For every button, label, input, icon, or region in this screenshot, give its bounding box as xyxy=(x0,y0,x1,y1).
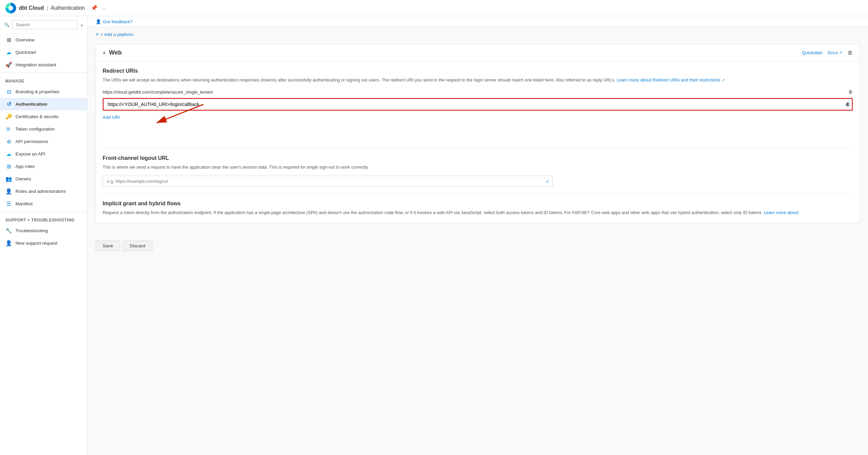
web-section-body: Redirect URIs The URIs we will accept as… xyxy=(96,61,860,223)
sidebar-item-label: Overview xyxy=(16,37,34,42)
save-button[interactable]: Save xyxy=(96,241,120,251)
uri-delete-icon-1[interactable]: 🗑 xyxy=(848,89,853,95)
sidebar-item-app-roles[interactable]: ⊞ App roles xyxy=(0,160,87,173)
sidebar-item-authentication[interactable]: ↺ Authentication xyxy=(0,98,87,111)
arrow-annotation xyxy=(103,121,853,141)
app-name: dbt Cloud xyxy=(19,5,44,11)
sidebar-item-expose-api[interactable]: ☁ Expose an API xyxy=(0,148,87,160)
manifest-icon: ☰ xyxy=(5,201,12,207)
front-channel-section: Front-channel logout URL This is where w… xyxy=(103,155,853,187)
logout-url-input[interactable] xyxy=(103,176,543,186)
top-bar: dbt Cloud | Authentication 📌 ... xyxy=(0,0,868,16)
uri-input-container: ✓ 🗑 xyxy=(103,98,853,111)
sidebar-item-label: Branding & properties xyxy=(16,89,60,94)
topbar-icons: 📌 ... xyxy=(91,5,106,11)
new-support-icon: 👤 xyxy=(5,240,12,246)
content-body: ∧ Web Quickstart Docs ↗ 🗑 xyxy=(88,39,868,235)
sidebar-item-label: Quickstart xyxy=(16,50,36,55)
web-section-card: ∧ Web Quickstart Docs ↗ 🗑 xyxy=(96,44,860,223)
feedback-link[interactable]: 👤 Got feedback? xyxy=(96,19,132,24)
sidebar-item-manifest[interactable]: ☰ Manifest xyxy=(0,198,87,210)
search-icon: 🔍 xyxy=(4,22,9,27)
sidebar-item-token[interactable]: ⊪ Token configuration xyxy=(0,123,87,135)
certificates-icon: 🔑 xyxy=(5,114,12,120)
nav-divider-1 xyxy=(0,72,87,73)
sidebar-item-integration[interactable]: 🚀 Integration assistant xyxy=(0,59,87,71)
overview-icon: ⊞ xyxy=(5,37,12,43)
sidebar: 🔍 « ⊞ Overview ☁ Quickstart 🚀 Integratio… xyxy=(0,16,88,455)
sidebar-item-overview[interactable]: ⊞ Overview xyxy=(0,34,87,46)
discard-button[interactable]: Discard xyxy=(123,241,152,251)
expose-api-icon: ☁ xyxy=(5,151,12,157)
uri-input-2[interactable] xyxy=(104,99,842,110)
sidebar-item-label: Troubleshooting xyxy=(16,228,48,233)
sidebar-item-label: App roles xyxy=(16,164,35,169)
external-link-icon: ↗ xyxy=(839,51,842,55)
title-separator: | xyxy=(47,5,48,11)
manage-section-header: Manage xyxy=(0,74,87,86)
branding-icon: ⊟ xyxy=(5,89,12,95)
learn-more-link[interactable]: Learn more about Redirect URIs and their… xyxy=(617,78,724,83)
sidebar-item-branding[interactable]: ⊟ Branding & properties xyxy=(0,86,87,98)
add-uri-button[interactable]: Add URI xyxy=(103,114,120,121)
logout-input-wrapper: ✓ xyxy=(103,176,553,187)
logout-check-icon: ✓ xyxy=(543,179,552,184)
implicit-grant-desc: Request a token directly from the author… xyxy=(103,209,853,216)
implicit-grant-section: Implicit grant and hybrid flows Request … xyxy=(103,201,853,216)
chevron-up-icon[interactable]: ∧ xyxy=(103,51,106,55)
more-icon[interactable]: ... xyxy=(102,5,106,11)
collapse-button[interactable]: « xyxy=(81,22,83,28)
search-input[interactable] xyxy=(12,20,78,29)
implicit-learn-more-link[interactable]: Learn more about xyxy=(764,210,798,215)
redirect-uris-desc: The URIs we will accept as destinations … xyxy=(103,77,853,84)
sidebar-item-owners[interactable]: 👥 Owners xyxy=(0,173,87,185)
sidebar-item-troubleshooting[interactable]: 🔧 Troubleshooting xyxy=(0,224,87,237)
front-channel-desc: This is where we send a request to have … xyxy=(103,164,853,171)
sidebar-item-roles-admins[interactable]: 👤 Roles and administrators xyxy=(0,185,87,198)
sidebar-item-label: Token configuration xyxy=(16,126,55,131)
authentication-icon: ↺ xyxy=(5,101,12,108)
uri-delete-icon-2[interactable]: 🗑 xyxy=(845,102,850,107)
front-channel-title: Front-channel logout URL xyxy=(103,155,853,161)
integration-icon: 🚀 xyxy=(5,62,12,68)
main-content: 👤 Got feedback? + + Add a platform ∧ Web xyxy=(88,16,868,455)
sidebar-item-label: Authentication xyxy=(16,102,48,107)
web-section-delete-icon[interactable]: 🗑 xyxy=(847,50,853,56)
action-bar: Save Discard xyxy=(88,235,868,256)
web-section-title: ∧ Web xyxy=(103,49,122,56)
sidebar-item-quickstart[interactable]: ☁ Quickstart xyxy=(0,46,87,59)
sidebar-nav: ⊞ Overview ☁ Quickstart 🚀 Integration as… xyxy=(0,34,87,455)
sidebar-item-label: Expose an API xyxy=(16,151,45,156)
redirect-uris-title: Redirect URIs xyxy=(103,68,853,74)
quickstart-link[interactable]: Quickstart xyxy=(802,50,822,55)
nav-divider-2 xyxy=(0,211,87,212)
app-roles-icon: ⊞ xyxy=(5,163,12,170)
owners-icon: 👥 xyxy=(5,176,12,182)
add-platform-button[interactable]: + + Add a platform xyxy=(96,30,133,39)
roles-admins-icon: 👤 xyxy=(5,188,12,194)
implicit-grant-title: Implicit grant and hybrid flows xyxy=(103,201,853,207)
sidebar-item-label: API permissions xyxy=(16,139,49,144)
docs-link[interactable]: Docs ↗ xyxy=(828,50,842,55)
add-platform-area: + + Add a platform xyxy=(88,27,868,39)
web-section-header: ∧ Web Quickstart Docs ↗ 🗑 xyxy=(96,44,860,61)
troubleshooting-icon: 🔧 xyxy=(5,228,12,234)
uri-input-wrapper: ✓ xyxy=(103,98,853,111)
sidebar-item-new-support[interactable]: 👤 New support request xyxy=(0,237,87,249)
section-divider-1 xyxy=(103,148,853,148)
sidebar-item-label: Roles and administrators xyxy=(16,189,66,194)
logo-circle xyxy=(5,3,16,13)
sidebar-item-api-permissions[interactable]: ⊛ API permissions xyxy=(0,135,87,148)
support-section-header: Support + Troubleshooting xyxy=(0,213,87,224)
token-icon: ⊪ xyxy=(5,126,12,132)
api-permissions-icon: ⊛ xyxy=(5,138,12,145)
pin-icon[interactable]: 📌 xyxy=(91,5,98,11)
sidebar-item-label: Certificates & secrets xyxy=(16,114,59,119)
quickstart-icon: ☁ xyxy=(5,49,12,56)
sidebar-item-label: Integration assistant xyxy=(16,62,56,67)
app-body: 🔍 « ⊞ Overview ☁ Quickstart 🚀 Integratio… xyxy=(0,16,868,455)
app-logo: dbt Cloud | Authentication xyxy=(5,3,85,13)
sidebar-item-certificates[interactable]: 🔑 Certificates & secrets xyxy=(0,111,87,123)
page-title: Authentication xyxy=(51,5,85,11)
uri-value-1: https://cloud.getdbt.com/complete/azure_… xyxy=(103,89,845,95)
